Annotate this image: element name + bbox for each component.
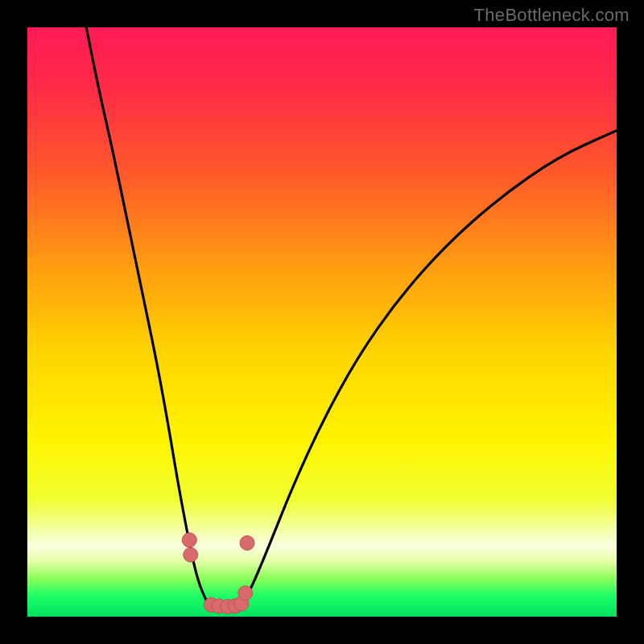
data-marker — [182, 533, 196, 547]
chart-frame: TheBottleneck.com — [0, 0, 644, 644]
watermark-text: TheBottleneck.com — [474, 5, 630, 26]
plot-area — [27, 27, 617, 617]
data-markers — [27, 27, 617, 617]
data-marker — [240, 536, 254, 551]
data-marker — [238, 586, 253, 601]
data-marker — [184, 547, 198, 562]
